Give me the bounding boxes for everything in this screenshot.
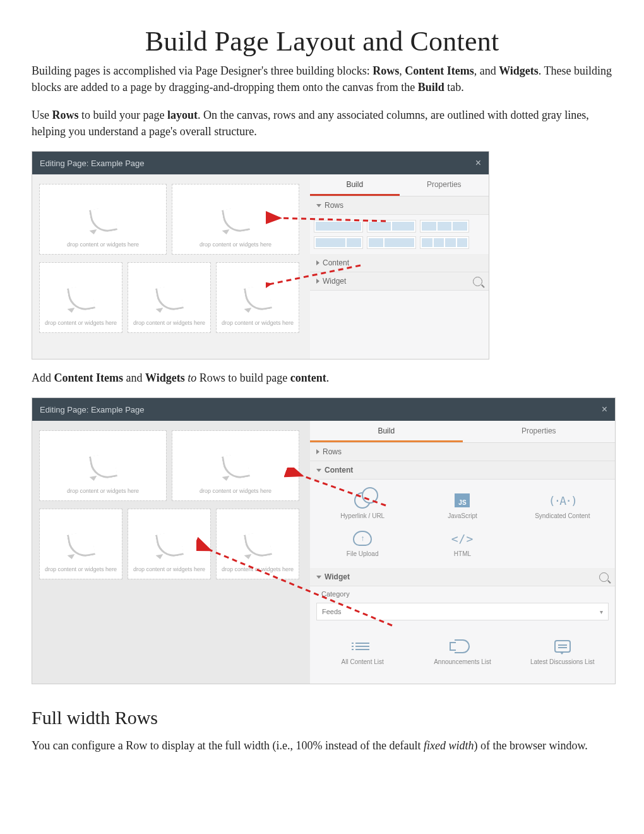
section-heading-full-width-rows: Full width Rows [32,707,612,728]
section-rows[interactable]: Rows [310,196,489,215]
chevron-down-icon [316,204,321,207]
list-icon [355,643,369,650]
drop-zone[interactable]: drop content or widgets here [40,263,122,332]
tab-properties[interactable]: Properties [400,174,489,196]
full-width-paragraph: You can configure a Row to display at th… [32,737,612,754]
content-item-syndicated[interactable]: (·A·)Syndicated Content [513,486,612,524]
drop-zone[interactable]: drop content or widgets here [172,431,299,500]
search-icon[interactable] [473,277,482,286]
tab-build[interactable]: Build [310,421,463,442]
drop-zone[interactable]: drop content or widgets here [40,184,166,254]
content-item-fileupload[interactable]: ↑File Upload [313,524,412,562]
drop-zone[interactable]: drop content or widgets here [217,509,299,579]
content-item-html[interactable]: </>HTML [412,524,512,562]
chevron-right-icon [316,449,319,454]
section-widget[interactable]: Widget [310,568,615,586]
section-widget[interactable]: Widget [310,272,489,291]
tab-build[interactable]: Build [310,174,400,196]
screenshot-titlebar: Editing Page: Example Page × [32,152,489,174]
screenshot-content-widgets: Editing Page: Example Page × drop conten… [32,397,616,684]
content-item-javascript[interactable]: JSJavaScript [412,486,512,524]
drop-zone[interactable]: drop content or widgets here [128,263,210,332]
row-template[interactable] [367,236,416,249]
code-icon: </> [451,532,474,545]
js-icon: JS [455,493,470,507]
drop-zone[interactable]: drop content or widgets here [40,431,166,500]
row-template[interactable] [367,220,416,233]
screenshot-rows-layout: Editing Page: Example Page × drop conten… [32,151,489,360]
canvas-area: drop content or widgets here drop conten… [32,421,310,684]
widget-category-select[interactable]: Feeds▾ [316,603,609,620]
content-items-grid: Hyperlink / URL JSJavaScript (·A·)Syndic… [310,480,615,568]
link-icon [354,492,371,509]
search-icon[interactable] [599,572,609,582]
cloud-upload-icon: ↑ [353,531,372,546]
intro-paragraph-2: Use Rows to build your page layout. On t… [32,107,612,140]
chevron-right-icon [316,279,319,284]
widget-all-content-list[interactable]: All Content List [313,632,412,670]
chevron-down-icon [316,469,321,472]
widget-latest-discussions[interactable]: Latest Discussions List [513,632,612,670]
tab-properties[interactable]: Properties [463,421,616,442]
close-icon[interactable]: × [602,404,607,415]
canvas-area: drop content or widgets here drop conten… [32,174,310,359]
page-title: Build Page Layout and Content [32,25,612,57]
widget-announcements-list[interactable]: Announcements List [412,632,512,670]
mid-paragraph: Add Content Items and Widgets to Rows to… [32,370,612,386]
chevron-right-icon [316,260,319,265]
build-panel: Build Properties Rows Content Widget [310,174,489,359]
drop-zone[interactable]: drop content or widgets here [217,263,299,332]
intro-paragraph-1: Building pages is accomplished via Page … [32,63,612,95]
titlebar-text: Editing Page: Example Page [40,159,145,168]
section-content[interactable]: Content [310,461,615,480]
drop-zone[interactable]: drop content or widgets here [128,509,210,579]
widget-items-grid: All Content List Announcements List Late… [310,626,615,676]
widget-category-label: Category [310,586,615,598]
drop-zone[interactable]: drop content or widgets here [172,184,299,254]
chevron-down-icon [316,576,321,579]
row-template[interactable] [420,236,469,249]
titlebar-text: Editing Page: Example Page [40,405,145,414]
content-item-hyperlink[interactable]: Hyperlink / URL [313,486,412,524]
megaphone-icon [455,639,470,653]
drop-zone[interactable]: drop content or widgets here [40,509,122,579]
row-template[interactable] [314,236,363,249]
row-template[interactable] [420,220,469,233]
section-content[interactable]: Content [310,254,489,272]
close-icon[interactable]: × [475,157,481,169]
chat-icon [554,640,571,653]
antenna-icon: (·A·) [549,494,576,507]
screenshot-titlebar: Editing Page: Example Page × [32,398,615,421]
chevron-down-icon: ▾ [600,608,603,615]
section-rows[interactable]: Rows [310,443,615,461]
build-panel: Build Properties Rows Content Hyperlink … [310,421,615,684]
row-template[interactable] [314,220,363,233]
row-templates [310,215,489,254]
